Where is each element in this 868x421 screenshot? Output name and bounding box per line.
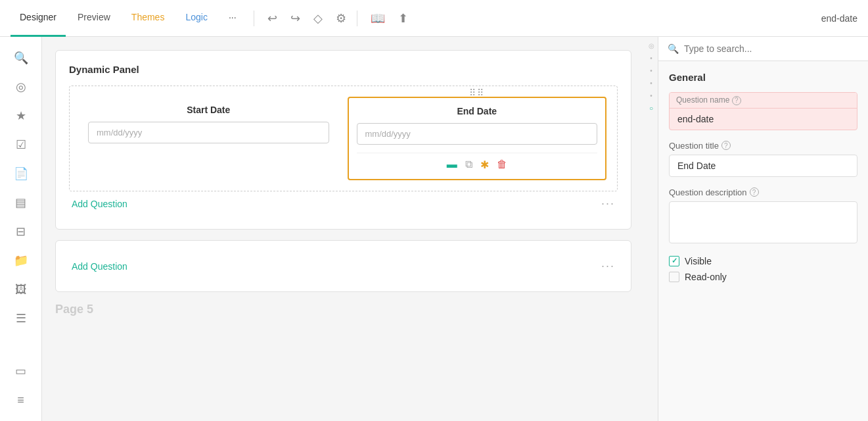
main-layout: 🔍 ◎ ★ ☑ 📄 ▤ ⊟ 📁 🖼 ☰ ▭ ≡ Dynamic Panel St… (0, 37, 868, 421)
tab-themes[interactable]: Themes (122, 0, 174, 37)
search-input[interactable] (684, 43, 859, 54)
tab-more[interactable]: ··· (219, 0, 246, 37)
question-name-container: Question name ? end-date (669, 92, 857, 130)
nav-separator-2 (357, 11, 357, 26)
sidebar-image[interactable]: 🖼 (8, 276, 34, 303)
question-type-icon[interactable]: ▬ (447, 159, 457, 171)
question-description-group: Question description ? (669, 187, 857, 245)
mini-dot-4: • (650, 92, 652, 99)
start-date-title: Start Date (88, 105, 329, 115)
readonly-checkbox-row[interactable]: Read-only (669, 272, 857, 282)
question-actions: ▬ ⧉ ✱ 🗑 (357, 153, 598, 171)
mini-target-icon[interactable]: ◎ (649, 42, 654, 49)
add-question-row-1: Add Question ··· (69, 191, 618, 216)
sidebar-database[interactable]: ⊟ (8, 218, 34, 245)
search-icon: 🔍 (668, 43, 679, 54)
question-required-icon[interactable]: ✱ (480, 159, 489, 171)
question-title-help-icon[interactable]: ? (721, 141, 731, 150)
nav-right-label: end-date (821, 13, 857, 24)
sidebar-folder[interactable]: 📁 (8, 247, 34, 274)
right-content: General Question name ? end-date Questio… (658, 61, 868, 421)
question-name-help-icon[interactable]: ? (732, 96, 741, 105)
dynamic-panel-inner: Start Date mm/dd/yyyy ⠿⠿ End Date mm/dd/… (69, 86, 618, 191)
add-question-btn-2[interactable]: Add Question (72, 261, 127, 272)
undo-icon[interactable]: ↩ (265, 9, 280, 28)
sidebar-target[interactable]: ◎ (8, 74, 34, 100)
start-date-block: Start Date mm/dd/yyyy (80, 97, 337, 180)
sidebar-star[interactable]: ★ (8, 103, 34, 129)
question-name-group: Question name ? end-date (669, 92, 857, 130)
right-sidebar: 🔍 General Question name ? end-date Quest… (658, 37, 868, 421)
tab-preview[interactable]: Preview (68, 0, 120, 37)
end-date-title: End Date (357, 106, 598, 116)
page-label: Page 5 (55, 303, 631, 316)
mini-dot-2: • (650, 67, 652, 74)
general-section-title: General (669, 72, 857, 83)
question-description-label-row: Question description ? (669, 187, 857, 197)
book-icon[interactable]: 📖 (368, 9, 388, 28)
question-delete-icon[interactable]: 🗑 (497, 159, 507, 171)
question-title-label: Question title (669, 141, 719, 151)
top-nav: Designer Preview Themes Logic ··· ↩ ↪ ◇ … (0, 0, 868, 37)
nav-separator (254, 11, 254, 26)
visible-checkbox[interactable] (669, 256, 679, 266)
nav-toolbar-2: 📖 ⬆ (368, 9, 411, 28)
redo-icon[interactable]: ↪ (288, 9, 303, 28)
tab-designer[interactable]: Designer (11, 0, 66, 37)
question-description-help-icon[interactable]: ? (750, 187, 759, 197)
mini-dot-1: • (650, 55, 652, 62)
question-title-group: Question title ? (669, 141, 857, 177)
end-date-block[interactable]: ⠿⠿ End Date mm/dd/yyyy ▬ ⧉ ✱ 🗑 (348, 97, 607, 180)
dynamic-panel: Dynamic Panel Start Date mm/dd/yyyy ⠿⠿ E… (55, 50, 631, 230)
panel-more-btn-2[interactable]: ··· (601, 259, 615, 273)
end-date-input[interactable]: mm/dd/yyyy (357, 123, 598, 145)
add-question-row-2: Add Question ··· (69, 254, 618, 278)
mini-circle-icon[interactable]: ○ (649, 105, 653, 112)
sidebar-listalt[interactable]: ≡ (8, 387, 34, 413)
sidebar-list[interactable]: ☰ (8, 305, 34, 332)
add-question-btn-1[interactable]: Add Question (72, 199, 127, 209)
question-copy-icon[interactable]: ⧉ (465, 159, 472, 171)
mini-dot-3: • (650, 80, 652, 87)
drag-handle-icon[interactable]: ⠿⠿ (469, 87, 485, 98)
nav-toolbar: ↩ ↪ ◇ ⚙ (265, 9, 349, 28)
question-description-label: Question description (669, 187, 747, 197)
canvas: Dynamic Panel Start Date mm/dd/yyyy ⠿⠿ E… (42, 37, 645, 421)
filter-icon[interactable]: ⚙ (333, 9, 349, 28)
second-panel: Add Question ··· (55, 240, 631, 292)
sidebar-check[interactable]: ☑ (8, 132, 34, 158)
question-name-label-row: Question name ? (670, 93, 857, 109)
question-title-label-row: Question title ? (669, 141, 857, 151)
panel-more-btn-1[interactable]: ··· (601, 197, 615, 210)
question-name-value[interactable]: end-date (670, 109, 857, 130)
mini-panel: ◎ • • • • ○ (645, 37, 658, 421)
tab-logic[interactable]: Logic (176, 0, 216, 37)
question-description-textarea[interactable] (669, 201, 857, 243)
start-date-input[interactable]: mm/dd/yyyy (88, 122, 329, 143)
panel-title: Dynamic Panel (69, 64, 618, 75)
sidebar-rect[interactable]: ▭ (8, 358, 34, 384)
eraser-icon[interactable]: ◇ (311, 9, 325, 28)
sidebar-doc[interactable]: 📄 (8, 161, 34, 187)
upload-icon[interactable]: ⬆ (396, 9, 411, 28)
visible-checkbox-row[interactable]: Visible (669, 256, 857, 266)
readonly-label: Read-only (685, 272, 727, 282)
readonly-checkbox[interactable] (669, 272, 679, 282)
question-name-label: Question name (676, 95, 729, 105)
sidebar-search[interactable]: 🔍 (8, 45, 34, 71)
question-title-input[interactable] (669, 155, 857, 177)
left-sidebar: 🔍 ◎ ★ ☑ 📄 ▤ ⊟ 📁 🖼 ☰ ▭ ≡ (0, 37, 42, 421)
visible-label: Visible (685, 256, 712, 266)
sidebar-layers[interactable]: ▤ (8, 189, 34, 216)
right-search-bar: 🔍 (658, 37, 868, 61)
